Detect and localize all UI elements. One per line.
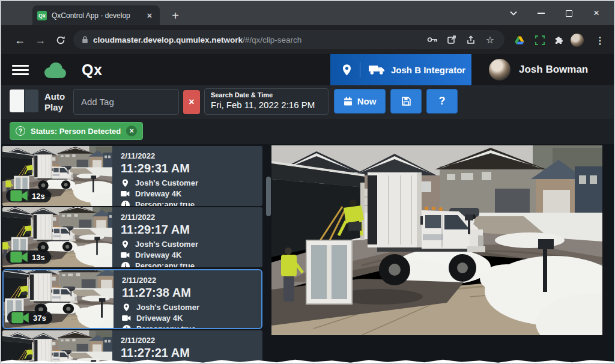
floppy-save-icon [401,96,411,106]
clip-duration-badge: 12s [6,189,51,202]
question-mark-icon: ? [439,95,446,108]
location-pin-icon [121,240,130,249]
bookmark-star-icon[interactable]: ☆ [480,31,500,48]
video-camera-icon [11,311,29,324]
video-player[interactable] [271,145,602,335]
autoplay-toggle[interactable] [10,89,38,112]
drive-extension-icon[interactable] [510,34,529,47]
tab-close-icon[interactable]: × [144,10,155,20]
clip-detail: Person:any true [135,200,195,206]
clip-date: 2/11/2022 [121,336,262,345]
open-in-new-icon[interactable] [442,31,461,48]
save-search-button[interactable] [390,89,422,114]
clip-list-item[interactable]: 2/11/2022 11:27:21 AM [2,330,262,364]
integrator-label: Josh B Integrator [391,65,465,75]
video-camera-icon [122,315,131,321]
close-window-button[interactable]: × [583,1,610,25]
url-path: /#/qx/clip-search [243,35,301,44]
clear-tag-button[interactable]: × [183,90,200,114]
now-button[interactable]: Now [334,89,386,114]
lock-icon[interactable] [82,35,88,44]
browser-window: Qx QxControl App - develop × + × ← → clo… [0,0,615,364]
minimize-button[interactable] [527,1,555,25]
video-camera-icon [121,252,130,258]
clip-thumbnail[interactable]: 13s [2,207,112,267]
calendar-icon [344,97,353,106]
remove-chip-button[interactable]: × [126,126,137,136]
search-datetime-value: Fri, Feb 11, 2022 2:16 PM [211,100,328,110]
thumbnail-scene [2,330,112,364]
new-tab-button[interactable]: + [167,7,184,24]
add-tag-input[interactable] [73,89,179,115]
video-frame-scene [271,145,602,335]
maximize-button[interactable] [555,1,583,25]
user-avatar[interactable] [489,59,510,80]
clip-duration: 13s [32,253,45,262]
clip-info: 2/11/2022 11:27:21 AM [112,330,262,364]
maximize-icon [566,10,572,17]
clip-camera: Driveway 4K [135,250,181,259]
clip-site: Josh's Customer [135,178,198,187]
back-button[interactable]: ← [10,34,30,46]
location-pin-icon [342,64,351,76]
clip-time: 11:27:21 AM [121,346,262,360]
clip-info: 2/11/2022 11:29:17 AM Josh's Customer Dr… [112,207,262,267]
clip-site: Josh's Customer [135,240,198,249]
search-datetime-field[interactable]: Search Date & Time Fri, Feb 11, 2022 2:1… [204,88,329,115]
minimize-icon [538,13,545,14]
clip-duration-badge: 13s [6,250,51,264]
question-circle-icon: ? [16,126,25,136]
clip-camera: Driveway 4K [135,189,181,198]
clip-info: 2/11/2022 11:29:31 AM Josh's Customer Dr… [112,146,262,206]
url-text: cloudmaster.develop.qumulex.network/#/qx… [93,35,301,44]
chevron-down-icon [510,11,517,16]
user-name: Josh Bowman [519,64,588,76]
clip-detail: Person:any true [135,261,195,267]
clip-time: 11:27:38 AM [122,286,261,300]
clip-list-item[interactable]: 12s 2/11/2022 11:29:31 AM Josh's Custome… [2,146,262,206]
clip-list-item-selected[interactable]: 37s 2/11/2022 11:27:38 AM Josh's Custome… [2,269,262,329]
clip-site: Josh's Customer [136,303,199,312]
cliplist-scrollbar-thumb[interactable] [266,177,271,216]
location-pin-icon [121,179,130,187]
clip-thumbnail[interactable]: 12s [2,146,112,206]
truck-icon [369,64,385,75]
clip-thumbnail[interactable]: 37s [4,270,114,328]
info-circle-icon [121,201,130,207]
reload-icon [56,35,65,45]
clip-date: 2/11/2022 [121,213,262,222]
video-camera-icon [10,250,28,264]
clip-camera: Driveway 4K [136,314,183,323]
saved-password-key-icon[interactable] [423,31,442,48]
url-bar[interactable]: cloudmaster.develop.qumulex.network/#/qx… [73,30,504,49]
status-filter-chip[interactable]: ? Status: Person Detected × [10,122,143,140]
browser-profile-avatar[interactable] [571,34,584,47]
clip-duration-badge: 37s [7,311,52,324]
integrator-button[interactable]: Josh B Integrator [330,54,471,85]
tab-title: QxControl App - develop [52,11,139,20]
video-camera-icon [121,190,130,197]
browser-menu-kebab-icon[interactable]: ⋮ [591,34,609,47]
screen-capture-extension-icon[interactable] [531,34,549,47]
clip-list-item[interactable]: 13s 2/11/2022 11:29:17 AM Josh's Custome… [2,207,262,267]
clip-time: 11:29:31 AM [121,162,262,175]
extensions-puzzle-icon[interactable] [550,34,568,47]
help-button[interactable]: ? [426,89,458,114]
toggle-knob [10,89,24,112]
clip-detail: Person:any true [136,324,196,329]
forward-button[interactable]: → [30,34,50,46]
url-domain: cloudmaster.develop.qumulex.network [93,35,243,44]
reload-button[interactable] [50,34,71,46]
location-pin-icon [122,303,131,312]
clip-thumbnail[interactable] [2,330,112,364]
share-icon[interactable] [461,31,480,48]
clip-date: 2/11/2022 [121,151,262,160]
browser-titlebar: Qx QxControl App - develop × + × [1,1,614,25]
info-circle-icon [121,262,130,268]
search-datetime-label: Search Date & Time [211,91,328,99]
tab-search-button[interactable] [500,1,527,25]
status-chip-label: Status: Person Detected [31,127,121,136]
clip-time: 11:29:17 AM [121,223,262,237]
browser-tab[interactable]: Qx QxControl App - develop × [32,5,160,25]
menu-hamburger-icon[interactable] [12,65,29,75]
